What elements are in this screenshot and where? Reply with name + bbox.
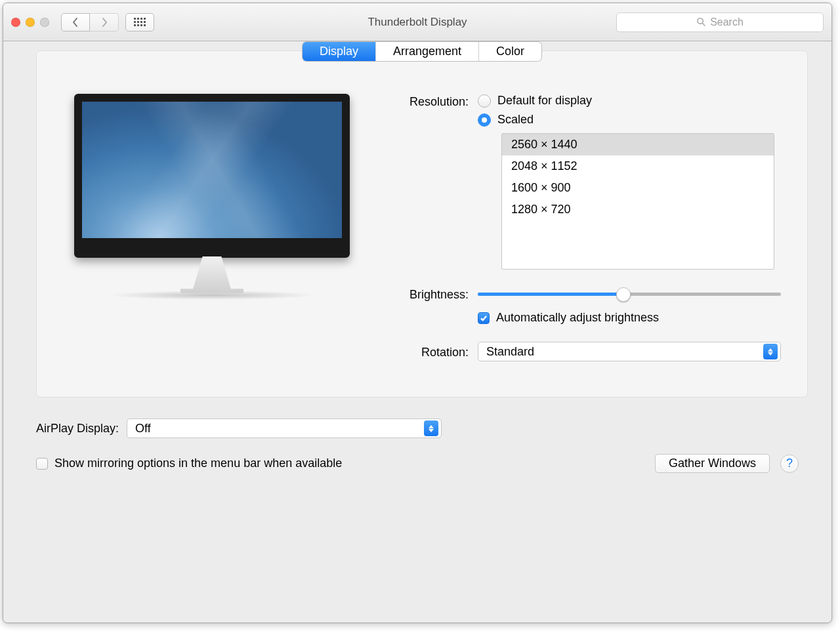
resolution-scaled-radio[interactable]: Scaled [478,113,781,127]
tab-display[interactable]: Display [303,42,376,61]
checkbox-icon [36,458,48,470]
mirroring-checkbox[interactable]: Show mirroring options in the menu bar w… [36,457,342,470]
forward-button[interactable] [90,13,119,31]
airplay-value: Off [135,422,151,436]
rotation-label: Rotation: [379,344,478,359]
resolution-option[interactable]: 2560 × 1440 [502,134,774,155]
radio-icon [478,94,491,108]
airplay-label: AirPlay Display: [36,422,119,436]
search-input[interactable]: Search [616,12,824,32]
resolution-scaled-label: Scaled [497,113,534,127]
resolution-option[interactable]: 1280 × 720 [502,199,774,220]
nav-buttons [61,13,119,31]
chevron-right-icon [101,18,108,27]
resolution-default-radio[interactable]: Default for display [478,94,781,108]
close-window-button[interactable] [11,18,20,27]
display-preview-screen [74,94,350,258]
gather-windows-button[interactable]: Gather Windows [655,454,770,473]
radio-checked-icon [478,113,491,127]
preferences-window: Thunderbolt Display Search Display Arran… [3,3,832,623]
resolution-option[interactable]: 2048 × 1152 [502,155,774,177]
settings-panel: Display Arrangement Color [36,51,808,397]
select-stepper-icon [763,344,778,359]
auto-brightness-checkbox[interactable]: Automatically adjust brightness [478,311,781,325]
minimize-window-button[interactable] [26,18,35,27]
mirroring-label: Show mirroring options in the menu bar w… [54,457,342,470]
window-controls [11,18,49,27]
apple-logo-icon [208,243,216,254]
display-preview [71,94,353,371]
resolution-label: Resolution: [379,94,478,109]
slider-knob[interactable] [616,287,631,302]
grid-icon [134,18,146,26]
search-icon [696,17,706,27]
tab-bar: Display Arrangement Color [303,42,541,61]
rotation-value: Standard [486,345,534,359]
chevron-left-icon [72,18,79,27]
footer: AirPlay Display: Off Show mirroring opti… [3,413,831,502]
brightness-slider[interactable] [478,288,781,301]
show-all-button[interactable] [125,13,154,31]
svg-point-0 [698,18,703,24]
tab-arrangement[interactable]: Arrangement [376,42,479,61]
titlebar: Thunderbolt Display Search [3,3,831,41]
brightness-label: Brightness: [379,287,478,302]
resolution-option[interactable]: 1600 × 900 [502,177,774,199]
help-button[interactable]: ? [780,455,799,473]
zoom-window-button [40,18,49,27]
auto-brightness-label: Automatically adjust brightness [496,311,659,325]
tab-color[interactable]: Color [479,42,541,61]
airplay-select[interactable]: Off [127,418,442,438]
search-placeholder: Search [710,16,744,28]
resolution-default-label: Default for display [497,94,592,108]
svg-line-1 [703,24,705,26]
resolution-list[interactable]: 2560 × 1440 2048 × 1152 1600 × 900 1280 … [501,133,774,270]
select-stepper-icon [424,420,438,436]
back-button[interactable] [61,13,90,31]
checkbox-checked-icon [478,312,490,324]
display-preview-stand [180,256,243,293]
rotation-select[interactable]: Standard [478,342,781,361]
